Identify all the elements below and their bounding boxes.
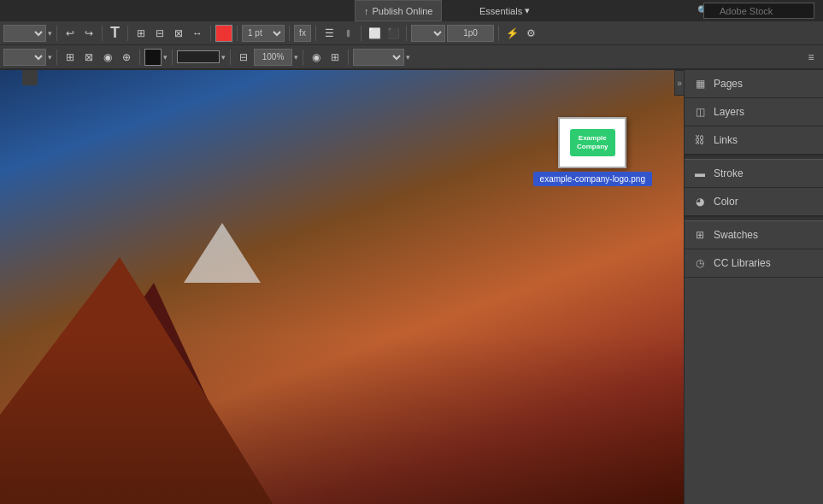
units-select[interactable] [353,49,404,66]
layers-label: Layers [714,106,744,118]
cc-libraries-panel-item[interactable]: ◷ CC Libraries [685,249,823,277]
logo-company-line1-large: Example [579,134,607,142]
essentials-button[interactable]: Essentials ▾ [473,0,537,21]
logo-filename-large: example-company-logo.png [533,172,652,186]
snow-cap [184,223,261,283]
logo-company-line2-large: Company [577,143,608,150]
frame-fit-icon[interactable]: ⬛ [385,25,402,42]
stroke-weight-select[interactable]: 1 pt [242,25,285,42]
dropdown-icon: ▾ [48,29,52,38]
logo-thumbnail-large[interactable]: Example Company example-company-logo.png [533,117,652,186]
separator-12 [139,50,140,65]
separator-6 [289,26,290,41]
dropdown-icon-3: ▾ [163,53,168,62]
layers-section: ◫ Layers [685,98,823,126]
separator-14 [230,50,231,65]
tool-icon-1[interactable]: ⊞ [62,49,79,66]
essentials-label: Essentials [479,6,522,16]
pages-label: Pages [714,78,743,90]
color-panel-item[interactable]: ◕ Color [685,188,823,215]
preview-icon[interactable]: ◉ [308,49,325,66]
table-rows-icon[interactable]: ☰ [320,25,338,42]
swatches-label: Swatches [714,229,758,241]
mountain-shape-1 [0,257,273,504]
separator-9 [406,26,407,41]
separator-15 [303,50,303,65]
main-area: 10 2 4 6 8 10 2 4 6 ations le.com [0,70,823,504]
undo-button[interactable]: ↩ [62,25,79,42]
frame-icon[interactable]: ⬜ [366,25,383,42]
separator-16 [348,50,349,65]
flash-icon[interactable]: ⚡ [503,25,520,42]
arrange-icon-3[interactable]: ⊠ [170,25,187,42]
reference-point-select[interactable] [411,25,445,42]
cc-libraries-icon: ◷ [693,256,707,270]
fill-color-swatch[interactable] [215,25,232,42]
hamburger-menu-icon[interactable]: ≡ [802,49,820,66]
menu-bar: ↑ Publish Online Essentials ▾ 🔍 [0,0,823,21]
upload-icon: ↑ [364,6,369,16]
logo-image-large: Example Company [558,117,626,168]
ruler-corner [22,70,38,85]
fx-button[interactable]: fx [294,25,311,42]
arrange-icon-1[interactable]: ⊞ [132,25,150,42]
pages-panel-item[interactable]: ▦ Pages [685,70,823,97]
separator-4 [210,26,211,41]
pages-section: ▦ Pages [685,70,823,98]
table-cols-icon[interactable]: ⦀ [339,25,356,42]
logo-green-badge-large: Example Company [570,129,614,157]
separator-2 [102,26,103,41]
tool-icon-3[interactable]: ◉ [99,49,116,66]
toolbar-area: ▾ ↩ ↪ T ⊞ ⊟ ⊠ ↔ 1 pt fx ☰ ⦀ ⬜ ⬛ [0,21,823,70]
view-icon[interactable]: ⊞ [326,49,344,66]
arrange-icon-2[interactable]: ⊟ [151,25,168,42]
cc-libraries-label: CC Libraries [714,257,771,269]
style-select-1[interactable] [3,25,46,42]
stroke-panel-item[interactable]: ▬ Stroke [685,160,823,187]
cc-libraries-section: ◷ CC Libraries [685,249,823,278]
separator-3 [127,26,128,41]
swatches-panel-item[interactable]: ⊞ Swatches [685,221,823,249]
swatches-section: ⊞ Swatches [685,221,823,249]
dropdown-icon-5: ▾ [294,53,298,62]
links-icon: ⛓ [693,133,707,147]
separator-1 [56,26,57,41]
separator-5 [237,26,238,41]
links-label: Links [714,134,738,146]
panel-collapse-button[interactable]: » [674,70,685,96]
layers-panel-item[interactable]: ◫ Layers [685,98,823,126]
publish-online-label: Publish Online [373,6,433,16]
tool-icon-2[interactable]: ⊠ [80,49,97,66]
zoom-input[interactable] [254,49,292,66]
separator-8 [361,26,362,41]
separator-11 [56,50,57,65]
color-section: ◕ Color [685,188,823,216]
color-label: Color [714,196,738,208]
dropdown-icon-4: ▾ [221,53,226,62]
style-select-2[interactable] [3,49,46,66]
swatches-icon: ⊞ [693,228,707,242]
redo-button[interactable]: ↪ [80,25,97,42]
fit-page-icon[interactable]: ⊟ [235,49,252,66]
transform-icon[interactable]: ↔ [189,25,206,42]
pages-icon: ▦ [693,77,707,91]
position-x-input[interactable] [447,25,494,42]
separator-7 [315,26,316,41]
text-tool-icon[interactable]: T [107,24,123,42]
adobe-stock-search[interactable] [703,3,814,19]
publish-online-button[interactable]: ↑ Publish Online [355,0,442,21]
stroke-style-swatch[interactable] [177,50,220,63]
links-panel-item[interactable]: ⛓ Links [685,126,823,154]
stroke-color-swatch[interactable] [144,49,162,66]
dropdown-icon-6: ▾ [406,53,410,62]
tool-icon-4[interactable]: ⊕ [118,49,135,66]
toolbar-row-1: ▾ ↩ ↪ T ⊞ ⊟ ⊠ ↔ 1 pt fx ☰ ⦀ ⬜ ⬛ [0,21,823,45]
separator-13 [172,50,173,65]
links-section: ⛓ Links [685,126,823,155]
settings-icon[interactable]: ⚙ [522,25,539,42]
stroke-icon: ▬ [693,167,707,180]
chevron-down-icon: ▾ [525,5,530,16]
layers-icon: ◫ [693,105,707,119]
dropdown-icon-2: ▾ [48,53,52,62]
stroke-section: ▬ Stroke [685,160,823,188]
